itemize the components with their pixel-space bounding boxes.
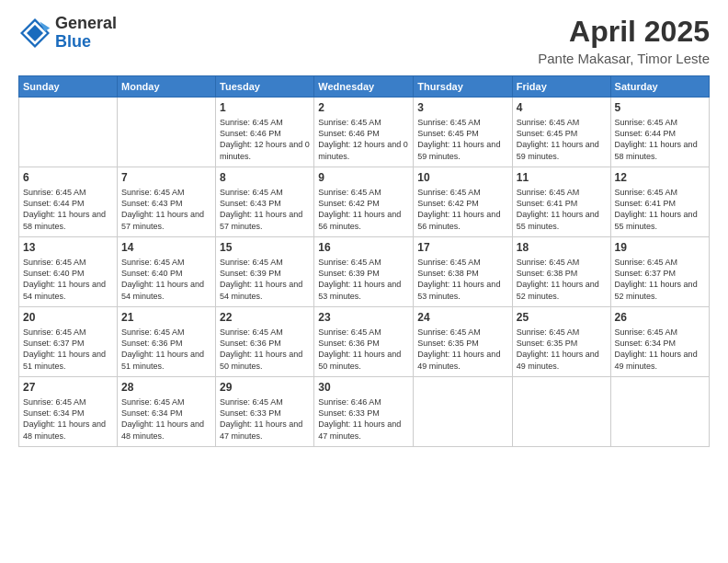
- day-info: Sunrise: 6:45 AM Sunset: 6:43 PM Dayligh…: [220, 187, 310, 232]
- day-info: Sunrise: 6:45 AM Sunset: 6:46 PM Dayligh…: [318, 117, 409, 162]
- day-info: Sunrise: 6:45 AM Sunset: 6:43 PM Dayligh…: [121, 187, 211, 232]
- day-info: Sunrise: 6:46 AM Sunset: 6:33 PM Dayligh…: [318, 396, 409, 442]
- day-number: 10: [417, 170, 507, 185]
- day-number: 12: [615, 170, 705, 185]
- day-info: Sunrise: 6:45 AM Sunset: 6:39 PM Dayligh…: [318, 257, 409, 302]
- day-number: 2: [318, 100, 409, 115]
- day-number: 7: [121, 170, 211, 185]
- day-number: 8: [220, 170, 310, 185]
- day-number: 4: [517, 100, 607, 115]
- day-number: 3: [417, 100, 507, 115]
- logo-general: General: [55, 15, 117, 33]
- table-row: 3Sunrise: 6:45 AM Sunset: 6:45 PM Daylig…: [414, 98, 512, 167]
- calendar-week-row: 6Sunrise: 6:45 AM Sunset: 6:44 PM Daylig…: [19, 167, 710, 237]
- table-row: 9Sunrise: 6:45 AM Sunset: 6:42 PM Daylig…: [314, 167, 414, 237]
- col-monday: Monday: [118, 76, 216, 98]
- logo-blue: Blue: [55, 33, 117, 52]
- logo-text: General Blue: [55, 15, 117, 52]
- table-row: 25Sunrise: 6:45 AM Sunset: 6:35 PM Dayli…: [512, 307, 610, 377]
- day-number: 27: [23, 380, 113, 395]
- day-info: Sunrise: 6:45 AM Sunset: 6:45 PM Dayligh…: [517, 117, 607, 162]
- col-thursday: Thursday: [414, 76, 512, 98]
- day-info: Sunrise: 6:45 AM Sunset: 6:34 PM Dayligh…: [23, 396, 113, 442]
- day-info: Sunrise: 6:45 AM Sunset: 6:36 PM Dayligh…: [318, 327, 409, 372]
- table-row: 14Sunrise: 6:45 AM Sunset: 6:40 PM Dayli…: [118, 237, 216, 307]
- table-row: 10Sunrise: 6:45 AM Sunset: 6:42 PM Dayli…: [414, 167, 512, 237]
- title-area: April 2025 Pante Makasar, Timor Leste: [538, 15, 710, 66]
- table-row: 20Sunrise: 6:45 AM Sunset: 6:37 PM Dayli…: [19, 307, 118, 377]
- day-number: 9: [318, 170, 409, 185]
- col-wednesday: Wednesday: [314, 76, 414, 98]
- day-info: Sunrise: 6:45 AM Sunset: 6:46 PM Dayligh…: [220, 117, 310, 162]
- table-row: [19, 98, 118, 167]
- day-info: Sunrise: 6:45 AM Sunset: 6:40 PM Dayligh…: [121, 257, 211, 302]
- month-title: April 2025: [538, 15, 710, 49]
- day-info: Sunrise: 6:45 AM Sunset: 6:42 PM Dayligh…: [318, 187, 409, 232]
- calendar-week-row: 13Sunrise: 6:45 AM Sunset: 6:40 PM Dayli…: [19, 237, 710, 307]
- table-row: 24Sunrise: 6:45 AM Sunset: 6:35 PM Dayli…: [414, 307, 512, 377]
- day-info: Sunrise: 6:45 AM Sunset: 6:42 PM Dayligh…: [417, 187, 507, 232]
- day-info: Sunrise: 6:45 AM Sunset: 6:37 PM Dayligh…: [23, 327, 113, 372]
- day-number: 18: [517, 240, 607, 255]
- day-number: 14: [121, 240, 211, 255]
- table-row: 1Sunrise: 6:45 AM Sunset: 6:46 PM Daylig…: [216, 98, 314, 167]
- calendar-week-row: 20Sunrise: 6:45 AM Sunset: 6:37 PM Dayli…: [19, 307, 710, 377]
- day-info: Sunrise: 6:45 AM Sunset: 6:35 PM Dayligh…: [417, 327, 507, 372]
- table-row: 7Sunrise: 6:45 AM Sunset: 6:43 PM Daylig…: [118, 167, 216, 237]
- day-number: 23: [318, 310, 409, 325]
- day-info: Sunrise: 6:45 AM Sunset: 6:36 PM Dayligh…: [121, 327, 211, 372]
- day-number: 1: [220, 100, 310, 115]
- table-row: 19Sunrise: 6:45 AM Sunset: 6:37 PM Dayli…: [610, 237, 709, 307]
- calendar-table: Sunday Monday Tuesday Wednesday Thursday…: [18, 75, 710, 447]
- day-info: Sunrise: 6:45 AM Sunset: 6:33 PM Dayligh…: [220, 396, 310, 442]
- table-row: 11Sunrise: 6:45 AM Sunset: 6:41 PM Dayli…: [512, 167, 610, 237]
- logo-icon: [18, 17, 51, 50]
- day-info: Sunrise: 6:45 AM Sunset: 6:36 PM Dayligh…: [220, 327, 310, 372]
- calendar-week-row: 27Sunrise: 6:45 AM Sunset: 6:34 PM Dayli…: [19, 377, 710, 447]
- day-info: Sunrise: 6:45 AM Sunset: 6:40 PM Dayligh…: [23, 257, 113, 302]
- day-info: Sunrise: 6:45 AM Sunset: 6:44 PM Dayligh…: [615, 117, 705, 162]
- table-row: 4Sunrise: 6:45 AM Sunset: 6:45 PM Daylig…: [512, 98, 610, 167]
- table-row: 28Sunrise: 6:45 AM Sunset: 6:34 PM Dayli…: [118, 377, 216, 447]
- day-info: Sunrise: 6:45 AM Sunset: 6:38 PM Dayligh…: [417, 257, 507, 302]
- day-number: 11: [517, 170, 607, 185]
- day-info: Sunrise: 6:45 AM Sunset: 6:34 PM Dayligh…: [615, 327, 705, 372]
- day-number: 28: [121, 380, 211, 395]
- day-info: Sunrise: 6:45 AM Sunset: 6:38 PM Dayligh…: [517, 257, 607, 302]
- day-number: 20: [23, 310, 113, 325]
- day-number: 16: [318, 240, 409, 255]
- logo: General Blue: [18, 15, 117, 52]
- day-number: 19: [615, 240, 705, 255]
- table-row: [414, 377, 512, 447]
- day-number: 22: [220, 310, 310, 325]
- day-info: Sunrise: 6:45 AM Sunset: 6:44 PM Dayligh…: [23, 187, 113, 232]
- col-friday: Friday: [512, 76, 610, 98]
- day-info: Sunrise: 6:45 AM Sunset: 6:34 PM Dayligh…: [121, 396, 211, 442]
- day-info: Sunrise: 6:45 AM Sunset: 6:41 PM Dayligh…: [615, 187, 705, 232]
- table-row: 2Sunrise: 6:45 AM Sunset: 6:46 PM Daylig…: [314, 98, 414, 167]
- table-row: 12Sunrise: 6:45 AM Sunset: 6:41 PM Dayli…: [610, 167, 709, 237]
- col-tuesday: Tuesday: [216, 76, 314, 98]
- day-info: Sunrise: 6:45 AM Sunset: 6:41 PM Dayligh…: [517, 187, 607, 232]
- table-row: 18Sunrise: 6:45 AM Sunset: 6:38 PM Dayli…: [512, 237, 610, 307]
- table-row: 29Sunrise: 6:45 AM Sunset: 6:33 PM Dayli…: [216, 377, 314, 447]
- table-row: 16Sunrise: 6:45 AM Sunset: 6:39 PM Dayli…: [314, 237, 414, 307]
- day-info: Sunrise: 6:45 AM Sunset: 6:39 PM Dayligh…: [220, 257, 310, 302]
- table-row: 15Sunrise: 6:45 AM Sunset: 6:39 PM Dayli…: [216, 237, 314, 307]
- table-row: 21Sunrise: 6:45 AM Sunset: 6:36 PM Dayli…: [118, 307, 216, 377]
- table-row: 6Sunrise: 6:45 AM Sunset: 6:44 PM Daylig…: [19, 167, 118, 237]
- day-number: 24: [417, 310, 507, 325]
- day-info: Sunrise: 6:45 AM Sunset: 6:45 PM Dayligh…: [417, 117, 507, 162]
- table-row: 30Sunrise: 6:46 AM Sunset: 6:33 PM Dayli…: [314, 377, 414, 447]
- table-row: 8Sunrise: 6:45 AM Sunset: 6:43 PM Daylig…: [216, 167, 314, 237]
- table-row: 23Sunrise: 6:45 AM Sunset: 6:36 PM Dayli…: [314, 307, 414, 377]
- col-sunday: Sunday: [19, 76, 118, 98]
- day-number: 21: [121, 310, 211, 325]
- day-number: 17: [417, 240, 507, 255]
- day-number: 5: [615, 100, 705, 115]
- table-row: [610, 377, 709, 447]
- day-number: 15: [220, 240, 310, 255]
- table-row: 17Sunrise: 6:45 AM Sunset: 6:38 PM Dayli…: [414, 237, 512, 307]
- day-number: 29: [220, 380, 310, 395]
- table-row: 13Sunrise: 6:45 AM Sunset: 6:40 PM Dayli…: [19, 237, 118, 307]
